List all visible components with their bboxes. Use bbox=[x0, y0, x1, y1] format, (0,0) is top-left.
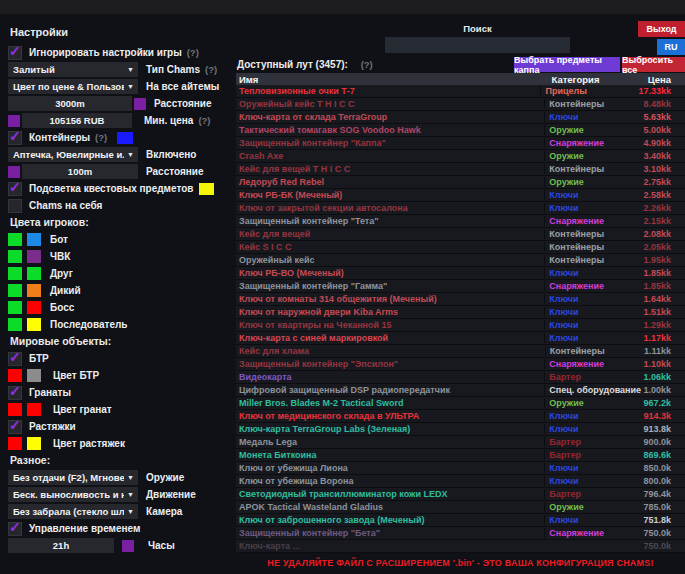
table-row[interactable]: Кейс для вещей T H I C C Контейнеры 3.10… bbox=[236, 163, 685, 176]
ignore-game-settings-checkbox[interactable] bbox=[8, 46, 22, 60]
player-color-swatch-1[interactable] bbox=[8, 301, 22, 314]
table-row[interactable]: Ключ от закрытой секции автосалона Ключи… bbox=[236, 202, 685, 215]
chams-self-checkbox[interactable] bbox=[8, 199, 22, 213]
table-row[interactable]: Ключ от убежища Лиона Ключи 850.0k bbox=[236, 462, 685, 475]
player-color-swatch-1[interactable] bbox=[8, 233, 22, 246]
table-row[interactable]: Защищенный контейнер "Каппа" Снаряжение … bbox=[236, 137, 685, 150]
table-row[interactable]: Защищенный контейнер "Эпсилон" Снаряжени… bbox=[236, 358, 685, 371]
item-price: 1.85kk bbox=[643, 281, 685, 291]
containers-checkbox[interactable] bbox=[8, 131, 22, 145]
table-row[interactable]: Ключ-карта с синей маркировкой Ключи 1.1… bbox=[236, 332, 685, 345]
world-color-swatch-1[interactable] bbox=[8, 437, 22, 450]
player-color-swatch-1[interactable] bbox=[8, 267, 22, 280]
hours-input[interactable]: 21h bbox=[8, 538, 114, 553]
time-control-checkbox[interactable] bbox=[8, 522, 22, 536]
table-row[interactable]: Тактический томагавк SOG Voodoo Hawk Ору… bbox=[236, 124, 685, 137]
table-row[interactable]: Ключ от квартиры на Чеканной 15 Ключи 1.… bbox=[236, 319, 685, 332]
world-object-checkbox[interactable] bbox=[8, 420, 22, 434]
table-row[interactable]: Crash Axe Оружие 3.40kk bbox=[236, 150, 685, 163]
help-icon[interactable]: (?) bbox=[187, 47, 199, 58]
player-color-swatch-1[interactable] bbox=[8, 250, 22, 263]
table-row[interactable]: Цифровой защищенный DSP радиопередатчик … bbox=[236, 384, 685, 397]
player-color-row: Друг bbox=[8, 266, 234, 281]
filter-distance-color-swatch[interactable] bbox=[8, 166, 20, 178]
table-row[interactable]: Защищенный контейнер "Бета" Снаряжение 7… bbox=[236, 527, 685, 540]
filter-distance-input[interactable]: 100m bbox=[22, 164, 138, 179]
select-kappa-items-button[interactable]: Выбрать предметы каппа bbox=[514, 57, 620, 72]
filter-distance-label: Расстояние bbox=[146, 166, 204, 177]
player-color-swatch-2[interactable] bbox=[27, 284, 41, 297]
misc-dropdown[interactable]: Без отдачи (F2), Мгновенное п ▼ bbox=[8, 470, 138, 485]
table-row[interactable]: Ключ от заброшенного завода (Меченый) Кл… bbox=[236, 514, 685, 527]
world-object-checkbox[interactable] bbox=[8, 386, 22, 400]
drop-all-button[interactable]: Выбросить все bbox=[622, 57, 685, 72]
item-name: APOK Tactical Wasteland Gladius bbox=[236, 502, 544, 512]
min-price-row: 105156 RUB Мин. цена (?) bbox=[8, 113, 234, 128]
min-price-color-swatch[interactable] bbox=[8, 115, 20, 127]
column-header-category[interactable]: Категория bbox=[547, 74, 647, 85]
player-color-swatch-2[interactable] bbox=[27, 301, 41, 314]
table-row[interactable]: Оружейный кейс Контейнеры 1.95kk bbox=[236, 254, 685, 267]
containers-color-swatch[interactable] bbox=[117, 132, 133, 144]
table-row[interactable]: Оружейный кейс T H I C C Контейнеры 8.48… bbox=[236, 98, 685, 111]
player-color-swatch-2[interactable] bbox=[27, 233, 41, 246]
apply-items-dropdown[interactable]: Цвет по цене & Пользователь ▼ bbox=[8, 79, 138, 94]
world-object-checkbox[interactable] bbox=[8, 352, 22, 366]
table-row[interactable]: Ключ-карта ... 750.0k bbox=[236, 540, 685, 553]
item-name: Ключ от медицинского склада в УЛЬТРА bbox=[236, 411, 544, 421]
table-row[interactable]: Miller Bros. Blades M-2 Tactical Sword О… bbox=[236, 397, 685, 410]
world-color-swatch-2[interactable] bbox=[27, 403, 41, 416]
world-color-swatch-2[interactable] bbox=[27, 369, 41, 382]
misc-dropdown[interactable]: Без забрала (стекло шлема) ▼ bbox=[8, 504, 138, 519]
table-row[interactable]: Ключ от наружной двери Kiba Arms Ключи 1… bbox=[236, 306, 685, 319]
hours-color-swatch[interactable] bbox=[122, 540, 134, 552]
table-row[interactable]: Защищенный контейнер "Тета" Снаряжение 2… bbox=[236, 215, 685, 228]
min-price-input[interactable]: 105156 RUB bbox=[22, 113, 132, 128]
item-price: 796.4k bbox=[643, 489, 685, 499]
table-row[interactable]: Кейс S I C C Контейнеры 2.05kk bbox=[236, 241, 685, 254]
table-row[interactable]: Светодиодный трансиллюминатор кожи LEDX … bbox=[236, 488, 685, 501]
table-row[interactable]: Ключ РБ-БК (Меченый) Ключи 2.58kk bbox=[236, 189, 685, 202]
table-row[interactable]: Кейс для хлама Контейнеры 1.11kk bbox=[236, 345, 685, 358]
exit-button[interactable]: Выход bbox=[638, 21, 685, 37]
player-color-swatch-1[interactable] bbox=[8, 318, 22, 331]
quest-highlight-color-swatch[interactable] bbox=[199, 183, 214, 195]
table-row[interactable]: Монета Биткоина Бартер 869.6k bbox=[236, 449, 685, 462]
distance-row: 3000m Расстояние bbox=[8, 96, 234, 111]
player-color-swatch-1[interactable] bbox=[8, 284, 22, 297]
player-color-swatch-2[interactable] bbox=[27, 267, 41, 280]
world-color-swatch-2[interactable] bbox=[27, 437, 41, 450]
help-icon[interactable]: (?) bbox=[361, 59, 373, 70]
table-row[interactable]: Ключ-карта от склада TerraGroup Ключи 5.… bbox=[236, 111, 685, 124]
table-row[interactable]: Ледоруб Red Rebel Оружие 2.75kk bbox=[236, 176, 685, 189]
table-row[interactable]: Тепловизионные очки Т-7 Прицелы 17.33kk bbox=[236, 85, 685, 98]
column-header-name[interactable]: Имя bbox=[236, 74, 547, 85]
quest-highlight-checkbox[interactable] bbox=[8, 182, 22, 196]
item-name: Защищенный контейнер "Бета" bbox=[236, 528, 544, 538]
language-button[interactable]: RU bbox=[657, 39, 685, 55]
table-row[interactable]: Кейс для вещей Контейнеры 2.08kk bbox=[236, 228, 685, 241]
item-filter-dropdown[interactable]: Аптечка, Ювелирные и... ▼ bbox=[8, 147, 138, 162]
table-row[interactable]: Ключ от комнаты 314 общежития (Меченый) … bbox=[236, 293, 685, 306]
player-color-swatch-2[interactable] bbox=[27, 318, 41, 331]
table-row[interactable]: APOK Tactical Wasteland Gladius Оружие 7… bbox=[236, 501, 685, 514]
player-color-swatch-2[interactable] bbox=[27, 250, 41, 263]
table-row[interactable]: Ключ РБ-ВО (Меченый) Ключи 1.85kk bbox=[236, 267, 685, 280]
search-input[interactable] bbox=[385, 37, 570, 53]
table-row[interactable]: Медаль Lega Бартер 900.0k bbox=[236, 436, 685, 449]
chams-type-dropdown[interactable]: Залитый ▼ bbox=[8, 62, 138, 77]
column-header-price[interactable]: Цена bbox=[648, 74, 685, 85]
table-row[interactable]: Ключ от медицинского склада в УЛЬТРА Клю… bbox=[236, 410, 685, 423]
distance-color-swatch[interactable] bbox=[134, 98, 146, 110]
world-color-swatch-1[interactable] bbox=[8, 369, 22, 382]
table-row[interactable]: Видеокарта Бартер 1.06kk bbox=[236, 371, 685, 384]
help-icon[interactable]: (?) bbox=[198, 115, 210, 126]
help-icon[interactable]: (?) bbox=[205, 64, 217, 75]
table-row[interactable]: Защищенный контейнер "Гамма" Снаряжение … bbox=[236, 280, 685, 293]
table-row[interactable]: Ключ-карта TerraGroup Labs (Зеленая) Клю… bbox=[236, 423, 685, 436]
world-color-swatch-1[interactable] bbox=[8, 403, 22, 416]
help-icon[interactable]: (?) bbox=[95, 132, 107, 143]
table-row[interactable]: Ключ от убежища Ворона Ключи 800.0k bbox=[236, 475, 685, 488]
distance-input[interactable]: 3000m bbox=[8, 96, 132, 111]
misc-dropdown[interactable]: Беск. выносливость и нет уста ▼ bbox=[8, 487, 138, 502]
